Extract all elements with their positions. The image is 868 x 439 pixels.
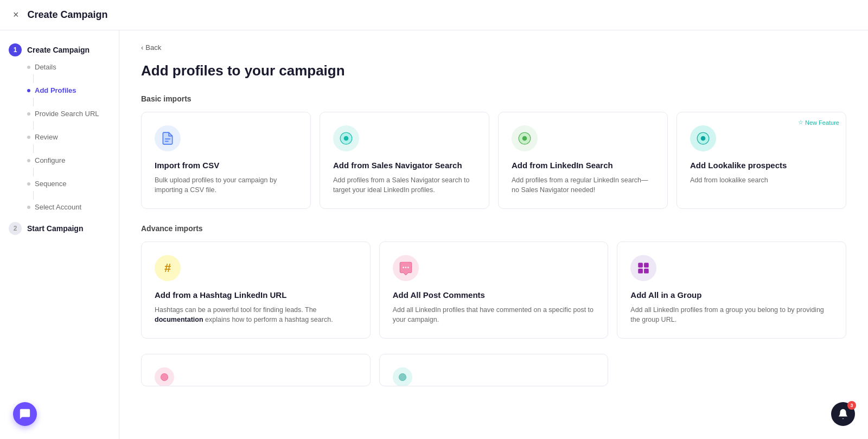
bell-icon	[837, 408, 849, 420]
group-card-title: Add All in a Group	[630, 290, 833, 301]
close-button[interactable]: ×	[13, 9, 19, 21]
page-title: Add profiles to your campaign	[141, 62, 846, 79]
svg-point-6	[403, 267, 404, 269]
step-connector	[33, 168, 34, 176]
header: × Create Campaign	[0, 0, 868, 30]
group-icon-wrap	[630, 255, 656, 281]
new-feature-label: New Feature	[805, 119, 839, 126]
step-1-title: Create Campaign	[27, 46, 90, 54]
back-button[interactable]: ‹ Back	[141, 43, 846, 52]
csv-icon	[161, 131, 175, 145]
content-area: ‹ Back Add profiles to your campaign Bas…	[119, 30, 868, 439]
header-title: Create Campaign	[28, 9, 108, 21]
post-comments-icon-wrap	[393, 255, 419, 281]
lookalike-icon-wrap	[690, 125, 716, 151]
sidebar-item-sequence[interactable]: Sequence	[27, 177, 110, 190]
back-label: Back	[145, 43, 161, 52]
sidebar-item-review[interactable]: Review	[27, 131, 110, 143]
sidebar: 1 Create Campaign Details Add Profiles P…	[0, 30, 119, 439]
csv-card-desc: Bulk upload profiles to your campaign by…	[155, 175, 297, 196]
documentation-link[interactable]: documentation	[155, 316, 203, 323]
post-comments-card-title: Add All Post Comments	[393, 290, 595, 301]
card-hashtag[interactable]: # Add from a Hashtag LinkedIn URL Hashta…	[141, 241, 371, 339]
new-feature-badge: ☆ New Feature	[798, 119, 839, 126]
partial-icon-2	[397, 372, 408, 383]
star-icon: ☆	[798, 119, 803, 126]
chat-bubble[interactable]	[13, 402, 37, 426]
step-connector	[33, 144, 34, 153]
step-connector	[33, 74, 34, 83]
svg-rect-12	[644, 269, 649, 273]
linkedin-search-icon	[518, 131, 532, 145]
sidebar-item-configure[interactable]: Configure	[27, 154, 110, 167]
post-comments-card-desc: Add all LinkedIn profiles that have comm…	[393, 305, 595, 326]
partial-icon-1	[159, 372, 170, 383]
partial-2-icon	[393, 367, 412, 386]
card-sales-nav[interactable]: Add from Sales Navigator Search Add prof…	[320, 112, 489, 209]
step-2-header: 2 Start Campaign	[9, 222, 110, 235]
notification-badge: 3	[847, 401, 856, 410]
linkedin-search-card-desc: Add profiles from a regular LinkedIn sea…	[512, 175, 654, 196]
svg-point-3	[522, 136, 527, 141]
hashtag-card-title: Add from a Hashtag LinkedIn URL	[155, 290, 357, 301]
step-1-header: 1 Create Campaign	[9, 43, 110, 56]
hashtag-icon-wrap: #	[155, 255, 181, 281]
card-csv[interactable]: Import from CSV Bulk upload profiles to …	[141, 112, 311, 209]
lookalike-card-desc: Add from lookalike search	[690, 175, 833, 186]
sidebar-item-details[interactable]: Details	[27, 61, 110, 73]
basic-imports-label: Basic imports	[141, 94, 846, 103]
advance-imports-grid: # Add from a Hashtag LinkedIn URL Hashta…	[141, 241, 846, 339]
svg-rect-10	[644, 263, 649, 268]
advance-imports-label: Advance imports	[141, 224, 846, 233]
step-connector	[33, 121, 34, 130]
card-partial-2[interactable]	[379, 354, 609, 386]
hashtag-icon: #	[164, 261, 171, 275]
lookalike-icon	[696, 131, 710, 145]
csv-card-title: Import from CSV	[155, 160, 297, 171]
step-2-number: 2	[9, 222, 22, 235]
linkedin-search-card-title: Add from LinkedIn Search	[512, 160, 654, 171]
card-group[interactable]: Add All in a Group Add all LinkedIn prof…	[617, 241, 846, 339]
sales-nav-icon	[339, 131, 353, 145]
svg-point-7	[405, 267, 406, 269]
card-lookalike[interactable]: ☆ New Feature Add Lookalike prospects Ad…	[676, 112, 846, 209]
notification-bell[interactable]: 3	[831, 402, 855, 426]
svg-point-13	[161, 373, 168, 380]
sales-nav-card-title: Add from Sales Navigator Search	[333, 160, 476, 171]
group-icon	[636, 261, 650, 275]
step-1-number: 1	[9, 43, 22, 56]
partial-1-icon	[155, 367, 174, 386]
linkedin-search-icon-wrap	[512, 125, 538, 151]
chevron-left-icon: ‹	[141, 43, 143, 52]
lookalike-card-title: Add Lookalike prospects	[690, 160, 833, 171]
group-card-desc: Add all LinkedIn profiles from a group y…	[630, 305, 833, 326]
post-comments-icon	[399, 261, 413, 275]
chat-icon	[19, 408, 31, 420]
csv-icon-wrap	[155, 125, 181, 151]
step-2-group: 2 Start Campaign	[9, 222, 110, 235]
svg-point-1	[344, 136, 349, 141]
step-2-title: Start Campaign	[27, 224, 83, 233]
step-1-items: Details Add Profiles Provide Search URL …	[9, 61, 110, 213]
sales-nav-icon-wrap	[333, 125, 359, 151]
sales-nav-card-desc: Add profiles from a Sales Navigator sear…	[333, 175, 476, 196]
step-connector	[33, 98, 34, 106]
svg-point-14	[399, 373, 406, 380]
step-1-group: 1 Create Campaign Details Add Profiles P…	[9, 43, 110, 213]
sidebar-item-provide-search-url[interactable]: Provide Search URL	[27, 107, 110, 120]
svg-point-5	[701, 136, 706, 141]
card-linkedin-search[interactable]: Add from LinkedIn Search Add profiles fr…	[498, 112, 668, 209]
sidebar-item-add-profiles[interactable]: Add Profiles	[27, 84, 110, 97]
card-post-comments[interactable]: Add All Post Comments Add all LinkedIn p…	[379, 241, 609, 339]
hashtag-card-desc: Hashtags can be a powerful tool for find…	[155, 305, 357, 326]
step-connector	[33, 191, 34, 200]
svg-rect-11	[639, 269, 643, 273]
bottom-partial-grid	[141, 354, 846, 386]
svg-rect-9	[639, 263, 643, 268]
svg-point-8	[407, 267, 409, 269]
basic-imports-grid: Import from CSV Bulk upload profiles to …	[141, 112, 846, 209]
sidebar-item-select-account[interactable]: Select Account	[27, 201, 110, 213]
main-layout: 1 Create Campaign Details Add Profiles P…	[0, 30, 868, 439]
card-partial-1[interactable]	[141, 354, 371, 386]
